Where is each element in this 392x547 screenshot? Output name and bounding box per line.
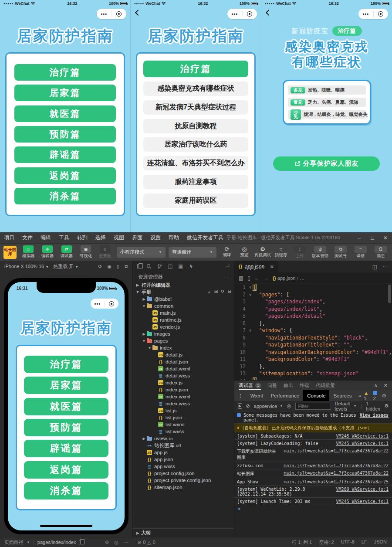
page-path-label[interactable]: 页面路径	[4, 539, 24, 546]
topic-header-button[interactable]: 治疗篇	[143, 61, 248, 77]
more-actions-icon[interactable]: ⋯	[223, 274, 229, 280]
tree-item[interactable]: JSdetail.js	[133, 351, 234, 358]
nav-forward-icon[interactable]: →	[264, 275, 269, 281]
preview-button[interactable]: ◎预览	[237, 246, 252, 258]
element-picker-icon[interactable]: ⊹	[234, 390, 247, 401]
outline-section[interactable]: ▶ 大纲	[133, 528, 234, 537]
message-button[interactable]: Ω消息	[373, 246, 389, 259]
outline-list-icon[interactable]: ▤	[239, 275, 243, 281]
menu-item[interactable]: 选择	[91, 232, 110, 243]
record-icon[interactable]: ◉	[107, 264, 112, 269]
tree-item[interactable]: JSlist.js	[133, 407, 234, 414]
errors-icon[interactable]: ⊗	[137, 540, 141, 545]
code-editor[interactable]: 1∨{2∨ "pages": [3 "pages/index/index",4 …	[234, 284, 392, 380]
version-button[interactable]: ψ版本管理	[312, 246, 328, 259]
menu-item[interactable]: 文件	[18, 232, 37, 243]
search-icon[interactable]	[146, 264, 152, 269]
tree-item[interactable]: ▶images	[133, 330, 234, 337]
menu-button[interactable]: 治疗篇	[24, 356, 108, 373]
menu-button[interactable]: 预防篇	[14, 126, 116, 143]
menu-item[interactable]: 编辑	[37, 232, 55, 243]
topic-item[interactable]: 服药注意事项	[143, 175, 248, 189]
device-frame-icon[interactable]: ▯	[117, 264, 119, 269]
menu-button[interactable]: 居家篇	[24, 377, 108, 394]
collapse-folders-icon[interactable]: ⊟	[228, 289, 231, 295]
devtools-settings-icon[interactable]: ⚙	[382, 393, 386, 399]
hot-reload-toggle[interactable]: 热重载 开 ▼	[53, 263, 78, 270]
editor-more-icon[interactable]: ⋯	[382, 264, 388, 270]
split-view-icon[interactable]: ◫	[168, 263, 172, 269]
tree-item[interactable]: JSmain.js	[133, 309, 234, 316]
source-link[interactable]: main.js?t=wechat&s=1…7f3ccaa647367a8a:22	[279, 448, 389, 453]
tree-item[interactable]: ▼index	[133, 344, 234, 351]
tree-item[interactable]: {}detail.json	[133, 358, 234, 365]
share-button[interactable]: 分享保护家人朋友	[273, 156, 380, 171]
device-select[interactable]: iPhone X 100% 16 ▼	[4, 264, 49, 269]
source-link[interactable]: main.js?t=wechat&s=1…7f3ccaa647367a8a:22	[279, 471, 389, 476]
menu-button[interactable]: 辟谣篇	[14, 146, 116, 163]
simulator-screen[interactable]: 16:31 100% ••• 居家防护指南 治疗篇居家篇就医篇预防篇辟谣篇返岗篇…	[8, 282, 125, 530]
tree-item[interactable]: JSindex.js	[133, 379, 234, 386]
capsule-menu[interactable]: •••	[358, 9, 388, 19]
topic-item[interactable]: 感染奥密克戎有哪些症状	[143, 82, 248, 96]
back-icon[interactable]	[266, 10, 272, 16]
home-capsule-icon[interactable]	[112, 11, 127, 17]
fold-icon[interactable]: ∨	[247, 284, 253, 291]
menu-button[interactable]: 辟谣篇	[24, 440, 108, 457]
statusbar-item[interactable]: LF	[362, 539, 367, 546]
close-button[interactable]: ✕	[379, 232, 392, 243]
details-button[interactable]: ≡详情	[353, 246, 368, 259]
home-capsule-icon[interactable]	[243, 11, 257, 17]
more-icon[interactable]: •••	[91, 302, 105, 306]
menu-item[interactable]: 设置	[146, 232, 165, 243]
compile-button[interactable]: ⟳编译	[220, 246, 234, 258]
toggle-debugger[interactable]: ⇄调试器	[58, 245, 75, 259]
statusbar-item[interactable]: UTF-8	[341, 539, 355, 546]
panel-tab-问题[interactable]: 问题	[267, 381, 277, 390]
collapse-panel-icon[interactable]: ∧	[374, 383, 378, 388]
clear-cache-button[interactable]: ≡清缓存	[274, 246, 288, 258]
more-icon[interactable]: •••	[358, 12, 373, 16]
collapse-sidebar-icon[interactable]: ⊣	[225, 263, 230, 269]
filter-input[interactable]	[295, 403, 331, 410]
panel-tab-终端[interactable]: 终端	[300, 381, 309, 390]
tree-item[interactable]: {}app.json	[133, 456, 234, 463]
menu-item[interactable]: 项目	[0, 232, 18, 243]
warning-counter[interactable]: ▲ 1	[364, 391, 368, 401]
refresh-explorer-icon[interactable]: ⟳	[221, 289, 224, 295]
extensions-icon[interactable]: ▣	[178, 263, 183, 269]
fold-icon[interactable]: ∨	[247, 291, 253, 299]
tree-item[interactable]: {}sitemap.json	[133, 484, 234, 491]
capsule-menu[interactable]: •••	[97, 9, 126, 19]
tree-item[interactable]: <>index.wxml	[133, 393, 234, 400]
split-editor-icon[interactable]: ◫	[372, 264, 377, 270]
devtools-tab-sources[interactable]: Sources	[329, 390, 355, 401]
menu-button[interactable]: 就医篇	[24, 398, 108, 415]
tree-item[interactable]: <>list.wxml	[133, 421, 234, 428]
tree-item[interactable]: ≣detail.wxss	[133, 372, 234, 379]
tab-app-json[interactable]: {} app.json ✕	[234, 261, 278, 272]
maximize-button[interactable]: □	[366, 232, 379, 243]
menu-button[interactable]: 返岗篇	[24, 461, 108, 479]
new-folder-icon[interactable]: ⊞	[214, 289, 218, 295]
git-branch-icon[interactable]	[157, 264, 162, 269]
toggle-visual[interactable]: ⊞可视化	[77, 245, 95, 259]
open-editors-section[interactable]: ▶ 打开的编辑器	[133, 282, 234, 289]
menu-item[interactable]: 帮助	[165, 232, 183, 243]
menu-button[interactable]: 就医篇	[14, 105, 116, 122]
eval-context-icon[interactable]: ▶	[238, 403, 242, 409]
test-account-button[interactable]: ⧉测试号	[333, 246, 348, 259]
menu-item[interactable]: 转到	[73, 232, 91, 243]
source-link[interactable]: main.js?t=wechat&s=1…7f3ccaa647367a8a:25	[279, 479, 389, 484]
device-debug-button[interactable]: ⚙真机调试	[254, 246, 271, 258]
view-issues-link[interactable]: View issues	[360, 413, 389, 418]
panel-tab-输出[interactable]: 输出	[284, 381, 293, 390]
menu-button[interactable]: 居家篇	[14, 85, 116, 101]
tree-item[interactable]: ▼pages	[133, 337, 234, 344]
tree-item[interactable]: {}list.json	[133, 414, 234, 421]
project-section[interactable]: ▼ 手册 ＋ ⊞ ⟳ ⊟	[133, 289, 234, 296]
tree-item[interactable]: {}project.config.json	[133, 470, 234, 477]
cursor-tool-icon[interactable]	[189, 264, 193, 269]
topic-item[interactable]: 新冠发病7天典型症状过程	[143, 100, 248, 115]
more-icon[interactable]: •••	[227, 12, 242, 16]
